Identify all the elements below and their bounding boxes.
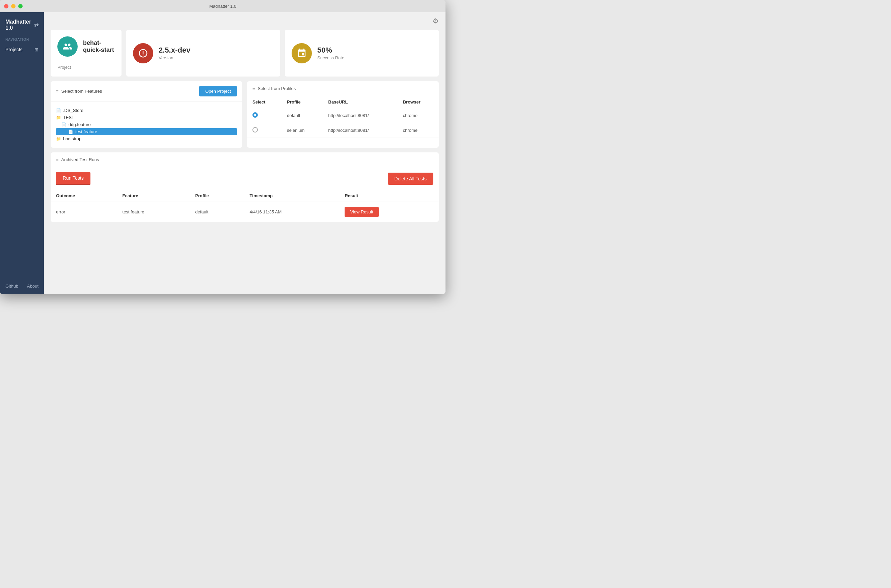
project-name-text: behat-quick-start bbox=[83, 39, 115, 54]
list-item[interactable]: 📁 bootstrap bbox=[56, 135, 237, 142]
result-action[interactable]: View Result bbox=[339, 202, 439, 222]
main-header: ⚙ bbox=[44, 12, 446, 30]
table-row: error test.feature default 4/4/16 11:35 … bbox=[51, 202, 439, 222]
sidebar: Madhatter 1.0 ⇄ NAVIGATION Projects ⊞ Gi… bbox=[0, 12, 44, 294]
results-table: Outcome Feature Profile Timestamp Result… bbox=[51, 190, 439, 222]
success-card: 50% Success Rate bbox=[285, 30, 439, 76]
sidebar-item-projects[interactable]: Projects ⊞ bbox=[0, 44, 44, 55]
archived-title: Archived Test Runs bbox=[62, 157, 99, 162]
app-body: Madhatter 1.0 ⇄ NAVIGATION Projects ⊞ Gi… bbox=[0, 12, 446, 294]
gear-icon[interactable]: ⚙ bbox=[433, 17, 439, 25]
table-row: selenium http://localhost:8081/ chrome bbox=[247, 123, 439, 138]
doc-icon: 📄 bbox=[56, 108, 61, 113]
list-icon: ≡ bbox=[56, 88, 59, 94]
version-label: Version bbox=[159, 55, 190, 60]
col-timestamp: Timestamp bbox=[244, 190, 340, 202]
delete-all-button[interactable]: Delete All Tests bbox=[388, 172, 433, 185]
archived-header: ≡ Archived Test Runs bbox=[51, 152, 439, 167]
radio-selected-icon[interactable] bbox=[253, 112, 258, 118]
list-icon: ≡ bbox=[56, 157, 59, 162]
profile-browser: chrome bbox=[397, 123, 439, 138]
doc-selected-icon: 📄 bbox=[68, 129, 73, 134]
profiles-panel-title: ≡ Select from Profiles bbox=[253, 86, 296, 91]
settings-icon[interactable]: ⇄ bbox=[34, 22, 39, 28]
list-item[interactable]: 📄 ddg.feature bbox=[56, 121, 237, 128]
profiles-title-text: Select from Profiles bbox=[258, 86, 296, 91]
maximize-button[interactable] bbox=[18, 4, 23, 8]
info-cards: behat-quick-start Project 2.5.x-dev Vers bbox=[51, 30, 439, 76]
project-card-top: behat-quick-start bbox=[57, 36, 115, 57]
list-item[interactable]: 📄 test.feature bbox=[56, 128, 237, 135]
tests-controls: Run Tests Delete All Tests bbox=[51, 167, 439, 190]
folder-name: TEST bbox=[63, 115, 74, 120]
archived-panel: ≡ Archived Test Runs Run Tests Delete Al… bbox=[51, 152, 439, 222]
col-profile: Profile bbox=[281, 96, 323, 108]
features-panel-title: ≡ Select from Features bbox=[56, 88, 102, 94]
main-content: ⚙ behat-quick-start bbox=[44, 12, 446, 294]
minimize-button[interactable] bbox=[11, 4, 15, 8]
list-icon: ≡ bbox=[253, 86, 255, 91]
folder-icon: 📁 bbox=[56, 115, 61, 120]
file-name: .DS_Store bbox=[63, 108, 83, 113]
project-icon bbox=[57, 36, 78, 57]
app-name: Madhatter 1.0 bbox=[5, 19, 34, 31]
folder-name: bootstrap bbox=[63, 136, 81, 141]
col-select: Select bbox=[247, 96, 281, 108]
result-profile: default bbox=[190, 202, 244, 222]
version-card: 2.5.x-dev Version bbox=[126, 30, 280, 76]
result-timestamp: 4/4/16 11:35 AM bbox=[244, 202, 340, 222]
col-profile: Profile bbox=[190, 190, 244, 202]
profiles-panel-header: ≡ Select from Profiles bbox=[247, 81, 439, 96]
success-value: 50% bbox=[317, 46, 344, 55]
window-title: Madhatter 1.0 bbox=[209, 4, 236, 9]
result-feature: test.feature bbox=[117, 202, 190, 222]
radio-cell[interactable] bbox=[247, 123, 281, 138]
success-icon bbox=[292, 43, 312, 63]
projects-label: Projects bbox=[5, 47, 23, 52]
nav-label: NAVIGATION bbox=[0, 38, 44, 44]
file-name: ddg.feature bbox=[69, 122, 91, 127]
view-result-button[interactable]: View Result bbox=[345, 207, 378, 217]
file-tree: 📄 .DS_Store 📁 TEST 📄 ddg.feature 📄 bbox=[51, 102, 242, 148]
profile-browser: chrome bbox=[397, 108, 439, 123]
list-item[interactable]: 📄 .DS_Store bbox=[56, 107, 237, 114]
version-icon bbox=[133, 43, 153, 63]
github-link[interactable]: Github bbox=[5, 284, 18, 289]
radio-empty-icon[interactable] bbox=[253, 127, 258, 132]
table-row: default http://localhost:8081/ chrome bbox=[247, 108, 439, 123]
project-card: behat-quick-start Project bbox=[51, 30, 122, 76]
col-baseurl: BaseURL bbox=[323, 96, 397, 108]
col-browser: Browser bbox=[397, 96, 439, 108]
panels-row: ≡ Select from Features Open Project 📄 .D… bbox=[51, 81, 439, 148]
close-button[interactable] bbox=[4, 4, 8, 8]
sidebar-footer: Github About bbox=[0, 278, 44, 294]
about-link[interactable]: About bbox=[27, 284, 39, 289]
col-outcome: Outcome bbox=[51, 190, 117, 202]
open-project-button[interactable]: Open Project bbox=[199, 86, 237, 96]
profile-baseurl: http://localhost:8081/ bbox=[323, 123, 397, 138]
features-title-text: Select from Features bbox=[62, 88, 102, 94]
profile-name: default bbox=[281, 108, 323, 123]
project-label: Project bbox=[57, 65, 71, 70]
version-value: 2.5.x-dev bbox=[159, 46, 190, 55]
result-outcome: error bbox=[51, 202, 117, 222]
success-text: 50% Success Rate bbox=[317, 46, 344, 60]
run-tests-button[interactable]: Run Tests bbox=[56, 172, 90, 185]
radio-cell[interactable] bbox=[247, 108, 281, 123]
features-panel-header: ≡ Select from Features Open Project bbox=[51, 81, 242, 102]
folder-icon: 📁 bbox=[56, 136, 61, 141]
profiles-panel: ≡ Select from Profiles Select Profile Ba… bbox=[247, 81, 439, 148]
titlebar: Madhatter 1.0 bbox=[0, 0, 446, 12]
profiles-table: Select Profile BaseURL Browser bbox=[247, 96, 439, 138]
doc-icon: 📄 bbox=[62, 122, 66, 127]
col-feature: Feature bbox=[117, 190, 190, 202]
content-area: behat-quick-start Project 2.5.x-dev Vers bbox=[44, 30, 446, 229]
success-label: Success Rate bbox=[317, 55, 344, 60]
window-controls bbox=[4, 4, 23, 8]
project-name: behat-quick-start bbox=[83, 39, 115, 54]
col-result: Result bbox=[339, 190, 439, 202]
features-panel: ≡ Select from Features Open Project 📄 .D… bbox=[51, 81, 242, 148]
list-item[interactable]: 📁 TEST bbox=[56, 114, 237, 121]
sidebar-logo: Madhatter 1.0 ⇄ bbox=[0, 19, 44, 38]
profile-baseurl: http://localhost:8081/ bbox=[323, 108, 397, 123]
